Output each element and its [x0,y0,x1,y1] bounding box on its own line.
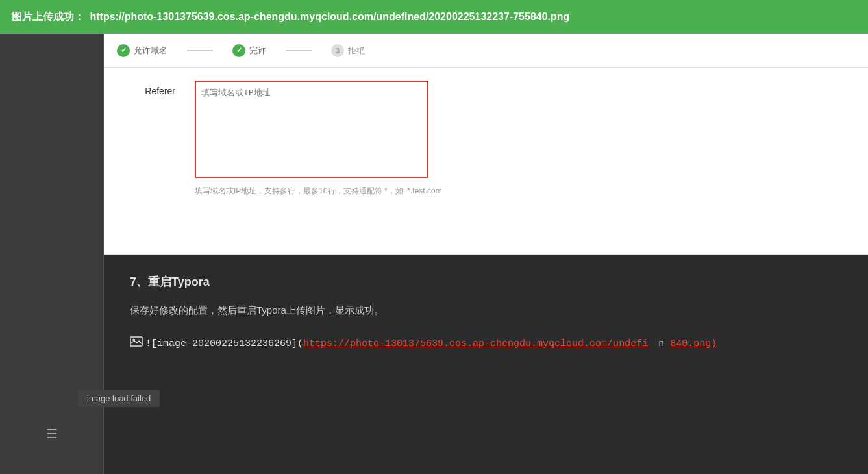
success-banner: 图片上传成功： https://photo-1301375639.cos.ap-… [0,0,868,34]
md-prefix: ![image-20200225132236269]( [145,336,303,352]
step-item-1: ✓ 允许域名 [117,44,167,57]
referer-label-text: Referer [145,86,175,96]
md-image-icon [130,336,143,347]
step-circle-3: 3 [331,44,344,57]
md-url-n: n [658,338,664,349]
step-item-2: ✓ 完许 [232,44,266,57]
step-connector-2 [286,50,312,51]
tooltip-text: image load failed [87,393,151,403]
collapse-icon: ☰ [46,426,58,442]
step-item-3: 3 拒绝 [331,44,365,57]
section-title-text: 7、重启Typora [130,275,210,288]
md-url-continued: n 840.png) [648,336,717,352]
sidebar: ☰ [0,34,104,474]
step-circle-2: ✓ [232,44,245,57]
form-content: Referer 填写域名或IP地址，支持多行，最多10行，支持通配符 *，如: … [104,68,868,255]
section-desc-text: 保存好修改的配置，然后重启Typora上传图片，显示成功。 [130,305,384,316]
md-suffix: 840.png) [670,338,717,349]
form-panel: ✓ 允许域名 ✓ 完许 3 拒绝 Referer 填写域名或IP地址，支持多行，… [104,34,868,255]
banner-url: https://photo-1301375639.cos.ap-chengdu.… [90,11,569,22]
referer-textarea[interactable] [195,81,428,178]
image-load-failed-tooltip: image load failed [78,390,160,407]
steps-bar: ✓ 允许域名 ✓ 完许 3 拒绝 [104,34,868,68]
section-description: 保存好修改的配置，然后重启Typora上传图片，显示成功。 [130,303,842,318]
step-label-2: 完许 [249,45,266,56]
success-banner-text: 图片上传成功： https://photo-1301375639.cos.ap-… [12,10,569,24]
step-label-3: 拒绝 [348,45,365,56]
banner-label: 图片上传成功： [12,11,84,22]
markdown-image-line: ![image-20200225132236269](https://photo… [130,336,842,352]
sidebar-collapse-button[interactable]: ☰ [0,426,104,442]
dark-content: 7、重启Typora 保存好修改的配置，然后重启Typora上传图片，显示成功。… [104,255,868,474]
svg-rect-0 [130,337,142,346]
referer-hint-text: 填写域名或IP地址，支持多行，最多10行，支持通配符 *，如: *.test.c… [195,186,442,195]
step-circle-1: ✓ [117,44,130,57]
md-url: https://photo-1301375639.cos.ap-chengdu.… [303,336,648,352]
referer-label: Referer [123,81,175,242]
step-connector-1 [187,50,213,51]
section-title: 7、重启Typora [130,274,842,290]
step-label-1: 允许域名 [134,45,167,56]
referer-input-col: 填写域名或IP地址，支持多行，最多10行，支持通配符 *，如: *.test.c… [195,81,849,242]
referer-hint: 填写域名或IP地址，支持多行，最多10行，支持通配符 *，如: *.test.c… [195,186,849,197]
